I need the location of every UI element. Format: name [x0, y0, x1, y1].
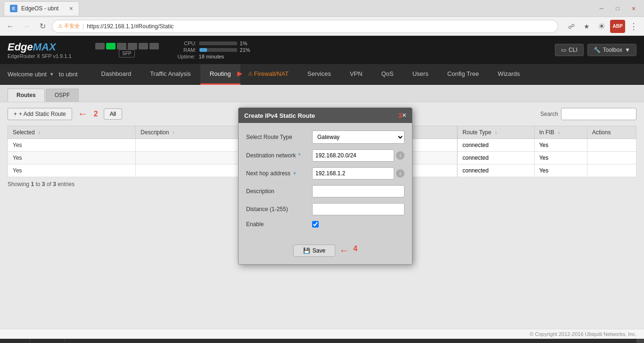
cell-actions: [587, 152, 636, 164]
enable-label: Enable: [246, 221, 312, 228]
user-area[interactable]: Welcome ubnt ▼ to ubnt: [8, 71, 78, 78]
uptime-value: 18 minutes: [199, 54, 224, 59]
cell-route-type: connected: [458, 164, 535, 177]
step-2-annotation: 2: [94, 110, 98, 118]
address-text: https://192.168.1.1/#Routing/Static: [87, 23, 173, 30]
save-arrow: ←: [339, 245, 349, 257]
modal-title: Create IPv4 Static Route: [244, 112, 315, 119]
reload-button[interactable]: ↻: [36, 20, 49, 33]
address-bar[interactable]: ⚠ 不安全 | https://192.168.1.1/#Routing/Sta…: [52, 20, 558, 33]
enable-checkbox[interactable]: [312, 221, 319, 228]
save-button[interactable]: 💾 Save: [293, 245, 335, 257]
route-type-row: Select Route Type Gateway Blackhole Unre…: [246, 131, 405, 144]
distance-row: Distance (1-255): [246, 203, 405, 215]
minimize-button[interactable]: ─: [595, 2, 608, 15]
forward-button[interactable]: →: [20, 20, 33, 33]
dest-network-row: Destination network * i: [246, 149, 405, 162]
ram-pct: 21%: [240, 47, 252, 53]
browser-tab-bar: E EdgeOS - ubnt × ─ □ ×: [0, 0, 644, 17]
toolbox-dropdown-icon: ▼: [625, 47, 630, 53]
modal-close-button[interactable]: ×: [402, 112, 406, 119]
create-static-route-dialog: Create IPv4 Static Route 3 × Select Rout…: [238, 107, 413, 265]
logo-area: EdgeMAX EdgeRouter X SFP v1.9.1.1: [8, 41, 72, 59]
tab-config[interactable]: Config Tree: [438, 64, 488, 85]
cli-button[interactable]: ▭ CLI: [555, 44, 584, 56]
browser-tab[interactable]: E EdgeOS - ubnt ×: [4, 1, 79, 16]
save-icon: 💾: [303, 247, 310, 254]
menu-button[interactable]: ⋮: [627, 20, 640, 33]
app-header: EdgeMAX EdgeRouter X SFP v1.9.1.1 SFP CP…: [0, 36, 644, 64]
route-type-select[interactable]: Gateway Blackhole Unreachable: [312, 131, 405, 144]
tab-firewall[interactable]: ⚠ Firewall/NAT: [240, 64, 298, 85]
sfp-port-5: [139, 43, 148, 49]
sfp-status: SFP: [95, 43, 159, 57]
table-row: connected Yes: [458, 139, 636, 152]
filter-all-button[interactable]: All: [104, 108, 122, 120]
translate-button[interactable]: ☍: [565, 20, 578, 33]
description-input[interactable]: [312, 185, 405, 197]
browser-chrome: E EdgeOS - ubnt × ─ □ × ← → ↻ ⚠ 不安全 | ht…: [0, 0, 644, 36]
new-tab-area: [81, 1, 175, 16]
sort-type-icon[interactable]: ↕: [495, 130, 497, 135]
logo-subtitle: EdgeRouter X SFP v1.9.1.1: [8, 53, 72, 59]
tab-traffic[interactable]: Traffic Analysis: [140, 64, 200, 85]
distance-label: Distance (1-255): [246, 206, 312, 212]
sfp-icon-row: [95, 43, 159, 49]
tab-qos[interactable]: QoS: [372, 64, 403, 85]
tab-routing[interactable]: Routing ►: [200, 64, 240, 85]
nav-tabs: Dashboard Traffic Analysis Routing ► ⚠ F…: [92, 64, 529, 85]
subtab-routes[interactable]: Routes: [8, 89, 45, 102]
next-hop-required-star: +: [293, 170, 296, 177]
cpu-pct: 1%: [240, 41, 252, 46]
close-tab-button[interactable]: ×: [69, 5, 73, 12]
distance-input[interactable]: [312, 203, 405, 215]
bookmark-button[interactable]: ★: [580, 20, 593, 33]
next-hop-info-icon: i: [396, 169, 405, 178]
tab-dashboard[interactable]: Dashboard: [92, 64, 141, 85]
search-area: Search: [540, 108, 636, 120]
alerts-tab[interactable]: Alerts: [0, 339, 30, 343]
subtab-ospf[interactable]: OSPF: [46, 89, 79, 102]
tab-services[interactable]: Services: [298, 64, 340, 85]
sfp-port-6: [149, 43, 159, 49]
maximize-button[interactable]: □: [611, 2, 624, 15]
next-hop-input[interactable]: [312, 167, 394, 180]
sub-tabs: Routes OSPF: [0, 85, 644, 102]
add-static-route-button[interactable]: + + Add Static Route: [8, 108, 72, 120]
table-row: connected Yes: [458, 164, 636, 177]
tab-title: EdgeOS - ubnt: [21, 5, 58, 12]
next-hop-row: Next hop address + i: [246, 167, 405, 180]
col-route-type: Route Type ↕: [458, 126, 535, 139]
tab-wizards[interactable]: Wizards: [488, 64, 529, 85]
cell-in-fib: Yes: [534, 164, 587, 177]
cpu-label: CPU:: [178, 41, 197, 46]
system-tab[interactable]: System: [30, 339, 65, 343]
dest-network-input[interactable]: [312, 149, 394, 162]
cell-actions: [587, 164, 636, 177]
cell-selected: Yes: [8, 139, 136, 152]
sort-desc-icon[interactable]: ↑: [173, 130, 175, 135]
warning-icon: ⚠: [248, 71, 253, 77]
welcome-text: Welcome ubnt: [8, 71, 47, 78]
search-input[interactable]: [561, 108, 636, 120]
sfp-port-2: [106, 43, 116, 49]
to-text: to ubnt: [59, 71, 78, 78]
sort-fib-icon[interactable]: ↕: [558, 130, 560, 135]
cpu-bar-fill: [199, 41, 200, 45]
dest-network-label: Destination network *: [246, 152, 312, 159]
ram-label: RAM:: [178, 47, 197, 53]
adblock-button[interactable]: ABP: [610, 20, 625, 33]
close-button[interactable]: ×: [627, 2, 640, 15]
modal-step-annotation: 3: [398, 112, 402, 119]
browser-navbar: ← → ↻ ⚠ 不安全 | https://192.168.1.1/#Routi…: [0, 17, 644, 36]
toolbox-button[interactable]: 🔧 Toolbox ▼: [587, 44, 636, 56]
back-button[interactable]: ←: [4, 20, 17, 33]
bottom-bar: Alerts System ▲: [0, 339, 644, 343]
cell-in-fib: Yes: [534, 152, 587, 164]
tab-users[interactable]: Users: [403, 64, 438, 85]
sort-selected-icon[interactable]: ↕: [38, 130, 41, 135]
tab-vpn[interactable]: VPN: [340, 64, 372, 85]
profile-button[interactable]: ☀: [595, 20, 608, 33]
scroll-button[interactable]: ▲: [636, 339, 644, 343]
sfp-port-4: [128, 43, 137, 49]
